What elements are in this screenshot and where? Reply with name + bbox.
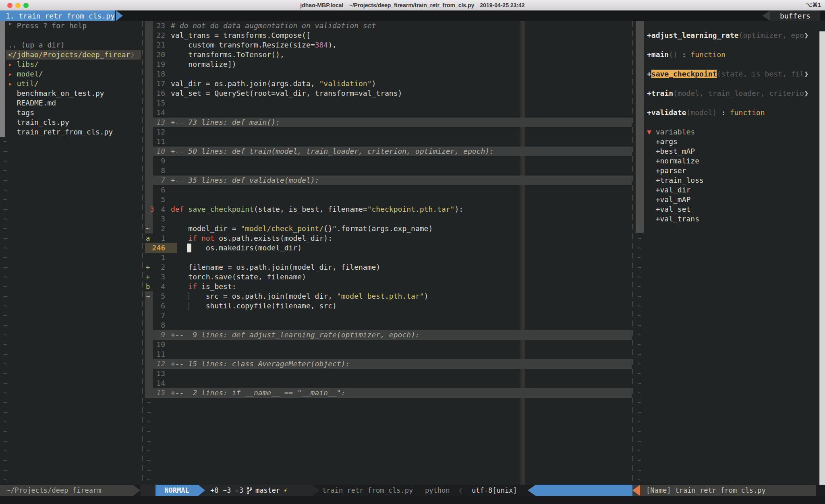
code-line[interactable]: 15+-- 2 lines: if __name__ == "__main__"…	[145, 388, 632, 398]
tilde-marker: ~	[3, 388, 8, 398]
empty-buffer-line: ~	[145, 398, 632, 407]
code-line[interactable]: 7+-- 35 lines: def validate(model):	[145, 176, 632, 185]
tree-item[interactable]: ▸ libs/	[0, 60, 141, 69]
code-line[interactable]: 9	[145, 156, 632, 166]
code-line[interactable]: 20 transforms.ToTensor(),	[145, 50, 632, 60]
code-line[interactable]: 13	[145, 369, 632, 378]
code-token: os.path.exists(model_dir):	[214, 234, 332, 242]
code-line[interactable]: 3+ torch.save(state, filename)	[145, 272, 632, 282]
tilde-marker: ~	[147, 417, 151, 427]
empty-buffer-line: ~	[0, 349, 141, 359]
tag-item[interactable]: +train_loss	[636, 176, 819, 185]
nerdtree-pane[interactable]: " Press ? for help.. (up a dir)</jdhao/P…	[0, 21, 141, 485]
tilde-marker: ~	[3, 311, 8, 320]
code-line-text: +-- 35 lines: def validate(model):	[171, 176, 319, 185]
code-line[interactable]: 12	[145, 127, 632, 137]
code-line[interactable]: 8	[145, 320, 632, 330]
code-line[interactable]: 1a if not os.path.exists(model_dir):	[145, 233, 632, 243]
tilde-marker: ~	[3, 359, 8, 369]
tag-item[interactable]: +parser	[636, 166, 819, 176]
window-separator[interactable]	[632, 21, 633, 485]
code-line[interactable]: 7	[145, 311, 632, 320]
tree-item[interactable]: tags	[0, 108, 141, 118]
gutter-sign: _3	[146, 204, 154, 214]
tag-item[interactable]: +adjust_learning_rate(optimizer, epo❯	[636, 31, 819, 40]
tag-item[interactable]: +main() : function	[636, 50, 819, 60]
tag-item[interactable]: +normalize	[636, 156, 819, 166]
tab-active[interactable]: 1. train_retr_from_cls.py	[0, 10, 115, 21]
tag-item[interactable]: +val_set	[636, 204, 819, 214]
tag-item[interactable]: +val_dir	[636, 185, 819, 195]
code-line[interactable]: 6	[145, 185, 632, 195]
tree-item-text: " Press ? for help	[8, 21, 87, 31]
tag-token: +val_trans	[647, 215, 699, 223]
code-line[interactable]: 11	[145, 137, 632, 147]
code-line[interactable]: 9+-- 9 lines: def adjust_learning_rate(o…	[145, 330, 632, 340]
code-line[interactable]: 4b if is_best:	[145, 282, 632, 291]
code-line[interactable]: 21 custom_transform.Resize(size=384),	[145, 40, 632, 50]
code-line[interactable]: 6 shutil.copyfile(filename, src)	[145, 301, 632, 311]
code-editor-pane[interactable]: 23# do not do data augmentation on valid…	[145, 21, 632, 485]
tilde-marker: ~	[147, 427, 151, 436]
code-line[interactable]: 5	[145, 195, 632, 204]
code-line[interactable]: 2~ model_dir = "model/check_point/{}".fo…	[145, 224, 632, 233]
block-cursor	[187, 244, 191, 252]
code-line[interactable]: 3	[145, 214, 632, 224]
code-line[interactable]: 19 normalize])	[145, 60, 632, 69]
code-line[interactable]: 14	[145, 108, 632, 118]
tag-item-text: +val_set	[647, 204, 690, 214]
code-token	[184, 205, 189, 213]
tag-token: +adjust_learning_rate	[647, 31, 739, 39]
tilde-marker: ~	[3, 214, 8, 224]
code-line[interactable]: 8	[145, 166, 632, 176]
code-token	[171, 282, 188, 291]
code-line[interactable]: 2+ filename = os.path.join(model_dir, fi…	[145, 262, 632, 272]
code-line[interactable]: 4_3def save_checkpoint(state, is_best, f…	[145, 204, 632, 214]
code-line[interactable]: 12+-- 15 lines: class AverageMeter(objec…	[145, 359, 632, 369]
tree-item[interactable]: " Press ? for help	[0, 21, 141, 31]
terminal-scrollbar[interactable]	[819, 31, 825, 504]
tag-item[interactable]: +args	[636, 137, 819, 147]
tag-item[interactable]: +validate(model) : function	[636, 108, 819, 118]
code-line[interactable]: 10+-- 50 lines: def train(model, train_l…	[145, 147, 632, 156]
code-line[interactable]: 23# do not do data augmentation on valid…	[145, 21, 632, 31]
tag-item[interactable]: +val_trans	[636, 214, 819, 224]
code-line[interactable]: 14	[145, 378, 632, 388]
tilde-marker: ~	[3, 243, 8, 253]
code-line[interactable]: 22val_trans = transforms.Compose([	[145, 31, 632, 40]
tree-item[interactable]: train_retr_from_cls.py	[0, 127, 141, 137]
code-line[interactable]: 246 os.makedirs(model_dir)	[145, 243, 632, 253]
tree-item[interactable]: ▸ util/	[0, 79, 141, 89]
tag-item[interactable]: +val_mAP	[636, 195, 819, 204]
tree-item[interactable]: benchmark_on_test.py	[0, 89, 141, 98]
tree-item[interactable]: </jdhao/Projects/deep_firear❯	[0, 50, 141, 60]
code-line[interactable]: 11	[145, 349, 632, 359]
code-line[interactable]: 13+-- 73 lines: def main():	[145, 118, 632, 127]
tagbar-pane[interactable]: +adjust_learning_rate(optimizer, epo❯+ma…	[636, 21, 819, 485]
code-line[interactable]: 17val_dir = os.path.join(args.data, "val…	[145, 79, 632, 89]
tilde-marker: ~	[3, 224, 8, 233]
powerline-arrow-icon	[198, 485, 205, 496]
tag-item[interactable]: +save_checkpoint(state, is_best, fil❯	[636, 69, 819, 79]
command-line[interactable]	[0, 496, 825, 504]
code-line[interactable]: 16val_set = QuerySet(root=val_dir, trans…	[145, 89, 632, 98]
code-line[interactable]: 5~ src = os.path.join(model_dir, "model_…	[145, 291, 632, 301]
tilde-marker: ~	[3, 456, 8, 465]
tree-item[interactable]: README.md	[0, 98, 141, 108]
tag-token: variables	[651, 128, 695, 136]
code-line[interactable]: 15	[145, 98, 632, 108]
code-line[interactable]: 1	[145, 253, 632, 262]
tag-item[interactable]: +train(model, train_loader, criterio❯	[636, 89, 819, 98]
code-line[interactable]: 18	[145, 69, 632, 79]
tag-item[interactable]: +best_mAP	[636, 147, 819, 156]
code-line-text: filename = os.path.join(model_dir, filen…	[171, 262, 380, 272]
tree-item[interactable]: ▸ model/	[0, 69, 141, 79]
tree-item[interactable]: train_cls.py	[0, 118, 141, 127]
line-number: 20	[145, 50, 165, 60]
window-separator[interactable]	[142, 21, 143, 485]
tree-item[interactable]: .. (up a dir)	[0, 40, 141, 50]
code-line[interactable]: 10	[145, 340, 632, 349]
empty-buffer-line: ~	[636, 243, 819, 253]
tag-item-text: +val_trans	[647, 214, 699, 224]
tag-item[interactable]: ▼ variables	[636, 127, 819, 137]
